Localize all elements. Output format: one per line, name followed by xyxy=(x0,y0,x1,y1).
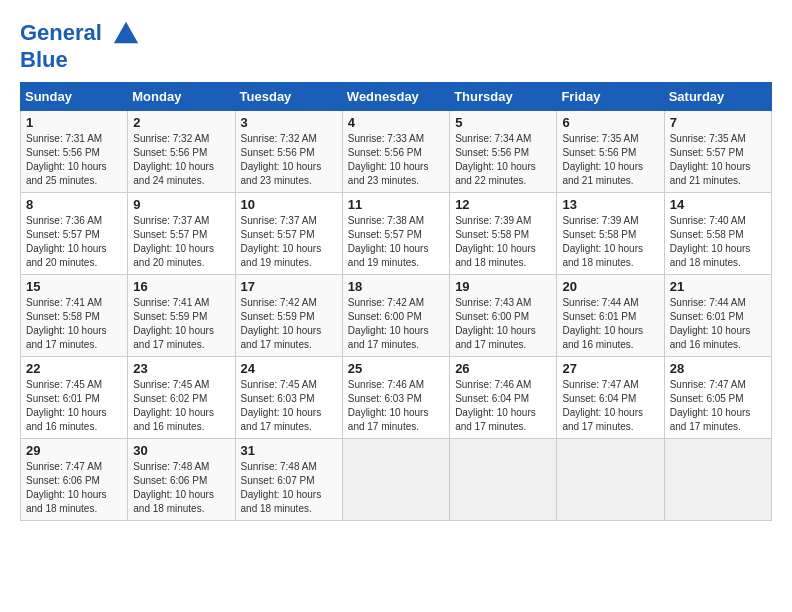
day-number: 31 xyxy=(241,443,337,458)
day-info: Sunrise: 7:48 AM Sunset: 6:06 PM Dayligh… xyxy=(133,460,229,516)
logo-text: General xyxy=(20,20,140,48)
day-info: Sunrise: 7:33 AM Sunset: 5:56 PM Dayligh… xyxy=(348,132,444,188)
day-number: 21 xyxy=(670,279,766,294)
header-row: SundayMondayTuesdayWednesdayThursdayFrid… xyxy=(21,83,772,111)
day-info: Sunrise: 7:35 AM Sunset: 5:57 PM Dayligh… xyxy=(670,132,766,188)
day-number: 8 xyxy=(26,197,122,212)
header-day-saturday: Saturday xyxy=(664,83,771,111)
calendar-cell: 21Sunrise: 7:44 AM Sunset: 6:01 PM Dayli… xyxy=(664,275,771,357)
day-info: Sunrise: 7:36 AM Sunset: 5:57 PM Dayligh… xyxy=(26,214,122,270)
day-info: Sunrise: 7:48 AM Sunset: 6:07 PM Dayligh… xyxy=(241,460,337,516)
calendar-cell: 12Sunrise: 7:39 AM Sunset: 5:58 PM Dayli… xyxy=(450,193,557,275)
day-number: 11 xyxy=(348,197,444,212)
calendar-cell: 7Sunrise: 7:35 AM Sunset: 5:57 PM Daylig… xyxy=(664,111,771,193)
day-number: 5 xyxy=(455,115,551,130)
calendar-week-5: 29Sunrise: 7:47 AM Sunset: 6:06 PM Dayli… xyxy=(21,439,772,521)
day-info: Sunrise: 7:35 AM Sunset: 5:56 PM Dayligh… xyxy=(562,132,658,188)
calendar-cell: 16Sunrise: 7:41 AM Sunset: 5:59 PM Dayli… xyxy=(128,275,235,357)
calendar-cell: 15Sunrise: 7:41 AM Sunset: 5:58 PM Dayli… xyxy=(21,275,128,357)
calendar-cell: 3Sunrise: 7:32 AM Sunset: 5:56 PM Daylig… xyxy=(235,111,342,193)
day-info: Sunrise: 7:41 AM Sunset: 5:58 PM Dayligh… xyxy=(26,296,122,352)
calendar-cell: 19Sunrise: 7:43 AM Sunset: 6:00 PM Dayli… xyxy=(450,275,557,357)
calendar-week-3: 15Sunrise: 7:41 AM Sunset: 5:58 PM Dayli… xyxy=(21,275,772,357)
calendar-cell: 20Sunrise: 7:44 AM Sunset: 6:01 PM Dayli… xyxy=(557,275,664,357)
calendar-cell xyxy=(664,439,771,521)
calendar-cell: 26Sunrise: 7:46 AM Sunset: 6:04 PM Dayli… xyxy=(450,357,557,439)
calendar-week-2: 8Sunrise: 7:36 AM Sunset: 5:57 PM Daylig… xyxy=(21,193,772,275)
day-number: 26 xyxy=(455,361,551,376)
day-info: Sunrise: 7:43 AM Sunset: 6:00 PM Dayligh… xyxy=(455,296,551,352)
calendar-cell: 29Sunrise: 7:47 AM Sunset: 6:06 PM Dayli… xyxy=(21,439,128,521)
day-info: Sunrise: 7:45 AM Sunset: 6:03 PM Dayligh… xyxy=(241,378,337,434)
header-day-sunday: Sunday xyxy=(21,83,128,111)
day-number: 14 xyxy=(670,197,766,212)
calendar-cell: 24Sunrise: 7:45 AM Sunset: 6:03 PM Dayli… xyxy=(235,357,342,439)
calendar-cell: 5Sunrise: 7:34 AM Sunset: 5:56 PM Daylig… xyxy=(450,111,557,193)
day-info: Sunrise: 7:47 AM Sunset: 6:06 PM Dayligh… xyxy=(26,460,122,516)
calendar-cell: 14Sunrise: 7:40 AM Sunset: 5:58 PM Dayli… xyxy=(664,193,771,275)
header-day-friday: Friday xyxy=(557,83,664,111)
calendar-body: 1Sunrise: 7:31 AM Sunset: 5:56 PM Daylig… xyxy=(21,111,772,521)
day-info: Sunrise: 7:45 AM Sunset: 6:01 PM Dayligh… xyxy=(26,378,122,434)
day-info: Sunrise: 7:44 AM Sunset: 6:01 PM Dayligh… xyxy=(670,296,766,352)
day-info: Sunrise: 7:37 AM Sunset: 5:57 PM Dayligh… xyxy=(133,214,229,270)
page-header: General Blue xyxy=(20,20,772,72)
day-number: 2 xyxy=(133,115,229,130)
calendar-cell: 28Sunrise: 7:47 AM Sunset: 6:05 PM Dayli… xyxy=(664,357,771,439)
day-info: Sunrise: 7:46 AM Sunset: 6:04 PM Dayligh… xyxy=(455,378,551,434)
calendar-cell: 23Sunrise: 7:45 AM Sunset: 6:02 PM Dayli… xyxy=(128,357,235,439)
day-info: Sunrise: 7:42 AM Sunset: 5:59 PM Dayligh… xyxy=(241,296,337,352)
calendar-cell: 18Sunrise: 7:42 AM Sunset: 6:00 PM Dayli… xyxy=(342,275,449,357)
calendar-cell: 30Sunrise: 7:48 AM Sunset: 6:06 PM Dayli… xyxy=(128,439,235,521)
header-day-tuesday: Tuesday xyxy=(235,83,342,111)
calendar-cell: 9Sunrise: 7:37 AM Sunset: 5:57 PM Daylig… xyxy=(128,193,235,275)
calendar-cell: 1Sunrise: 7:31 AM Sunset: 5:56 PM Daylig… xyxy=(21,111,128,193)
day-info: Sunrise: 7:42 AM Sunset: 6:00 PM Dayligh… xyxy=(348,296,444,352)
calendar-table: SundayMondayTuesdayWednesdayThursdayFrid… xyxy=(20,82,772,521)
day-number: 6 xyxy=(562,115,658,130)
day-number: 12 xyxy=(455,197,551,212)
day-number: 13 xyxy=(562,197,658,212)
day-number: 22 xyxy=(26,361,122,376)
svg-marker-0 xyxy=(114,22,138,43)
calendar-cell: 6Sunrise: 7:35 AM Sunset: 5:56 PM Daylig… xyxy=(557,111,664,193)
day-info: Sunrise: 7:34 AM Sunset: 5:56 PM Dayligh… xyxy=(455,132,551,188)
day-number: 3 xyxy=(241,115,337,130)
header-day-wednesday: Wednesday xyxy=(342,83,449,111)
logo: General Blue xyxy=(20,20,140,72)
day-info: Sunrise: 7:47 AM Sunset: 6:04 PM Dayligh… xyxy=(562,378,658,434)
header-day-thursday: Thursday xyxy=(450,83,557,111)
calendar-cell: 11Sunrise: 7:38 AM Sunset: 5:57 PM Dayli… xyxy=(342,193,449,275)
day-info: Sunrise: 7:32 AM Sunset: 5:56 PM Dayligh… xyxy=(133,132,229,188)
calendar-cell: 8Sunrise: 7:36 AM Sunset: 5:57 PM Daylig… xyxy=(21,193,128,275)
calendar-cell: 31Sunrise: 7:48 AM Sunset: 6:07 PM Dayli… xyxy=(235,439,342,521)
day-number: 19 xyxy=(455,279,551,294)
day-info: Sunrise: 7:46 AM Sunset: 6:03 PM Dayligh… xyxy=(348,378,444,434)
calendar-cell: 2Sunrise: 7:32 AM Sunset: 5:56 PM Daylig… xyxy=(128,111,235,193)
calendar-cell: 22Sunrise: 7:45 AM Sunset: 6:01 PM Dayli… xyxy=(21,357,128,439)
day-number: 9 xyxy=(133,197,229,212)
day-number: 10 xyxy=(241,197,337,212)
day-number: 4 xyxy=(348,115,444,130)
calendar-cell: 10Sunrise: 7:37 AM Sunset: 5:57 PM Dayli… xyxy=(235,193,342,275)
logo-text2: Blue xyxy=(20,48,140,72)
day-number: 7 xyxy=(670,115,766,130)
calendar-cell: 4Sunrise: 7:33 AM Sunset: 5:56 PM Daylig… xyxy=(342,111,449,193)
day-info: Sunrise: 7:41 AM Sunset: 5:59 PM Dayligh… xyxy=(133,296,229,352)
day-number: 25 xyxy=(348,361,444,376)
calendar-header: SundayMondayTuesdayWednesdayThursdayFrid… xyxy=(21,83,772,111)
day-info: Sunrise: 7:47 AM Sunset: 6:05 PM Dayligh… xyxy=(670,378,766,434)
day-info: Sunrise: 7:40 AM Sunset: 5:58 PM Dayligh… xyxy=(670,214,766,270)
day-number: 28 xyxy=(670,361,766,376)
calendar-cell: 17Sunrise: 7:42 AM Sunset: 5:59 PM Dayli… xyxy=(235,275,342,357)
header-day-monday: Monday xyxy=(128,83,235,111)
day-number: 20 xyxy=(562,279,658,294)
day-info: Sunrise: 7:31 AM Sunset: 5:56 PM Dayligh… xyxy=(26,132,122,188)
calendar-cell xyxy=(342,439,449,521)
day-info: Sunrise: 7:32 AM Sunset: 5:56 PM Dayligh… xyxy=(241,132,337,188)
day-number: 23 xyxy=(133,361,229,376)
day-number: 30 xyxy=(133,443,229,458)
day-number: 27 xyxy=(562,361,658,376)
day-info: Sunrise: 7:44 AM Sunset: 6:01 PM Dayligh… xyxy=(562,296,658,352)
calendar-cell: 13Sunrise: 7:39 AM Sunset: 5:58 PM Dayli… xyxy=(557,193,664,275)
